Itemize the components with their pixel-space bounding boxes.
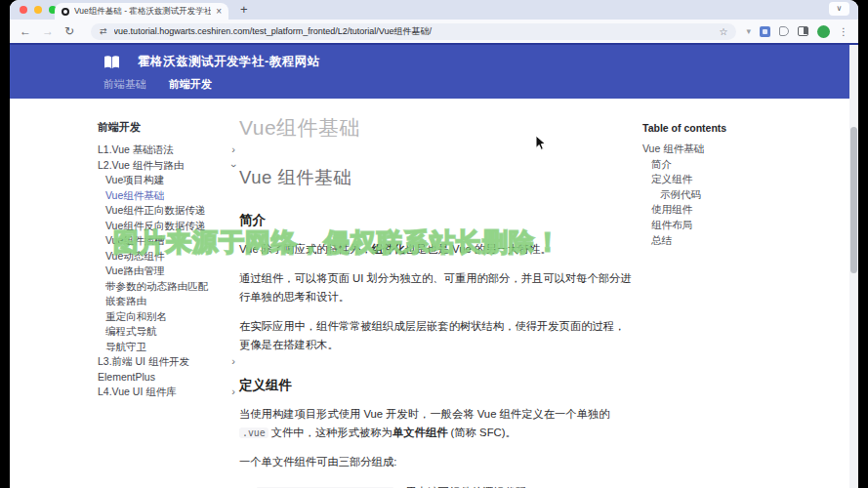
scrollbar-thumb[interactable] (850, 127, 857, 273)
book-logo-icon (103, 55, 121, 70)
article-heading: Vue 组件基础 (239, 165, 634, 189)
site-title: 霍格沃兹测试开发学社-教程网站 (138, 54, 320, 70)
screenshot-stage: Vue组件基础 - 霍格沃兹测试开发学社 × + ∨ ← → ↻ ⇄ vue.t… (0, 0, 868, 488)
sidebar-item[interactable]: Vue路由管理 (95, 264, 237, 279)
toolbar-right-icons: ▾ ⋮ (746, 25, 848, 38)
url-text[interactable]: vue.tutorial.hogwarts.ceshiren.com/test_… (114, 25, 713, 38)
forward-icon: → (42, 24, 54, 38)
paragraph: Vue 除了响应式的特性外，组件化也是也是 Vue 的另一大特性。 (239, 240, 634, 259)
site-info-icon[interactable]: ⇄ (100, 26, 107, 36)
page-body: 前端开发 L1.Vue 基础语法 › L2.Vue 组件与路由 › Vue项目构… (10, 101, 858, 488)
paragraph: 在实际应用中，组件常常被组织成层层嵌套的树状结构，使得开发页面的过程，更像是在搭… (239, 317, 634, 354)
browser-tab[interactable]: Vue组件基础 - 霍格沃兹测试开发学社 × (55, 3, 228, 20)
toc-title: Table of contents (642, 122, 769, 134)
sidebar-item-l3[interactable]: L3.前端 UI 组件开发 ElementPlus › (95, 354, 237, 385)
nav-item-frontend-basics[interactable]: 前端基础 (103, 77, 146, 92)
chevron-right-icon[interactable]: › (231, 385, 235, 400)
extension-blue-icon[interactable] (760, 26, 770, 37)
left-sidebar: 前端开发 L1.Vue 基础语法 › L2.Vue 组件与路由 › Vue项目构… (95, 120, 237, 400)
sidebar-item[interactable]: Vue组件插槽 (95, 233, 237, 249)
tab-strip: Vue组件基础 - 霍格沃兹测试开发学社 × + ∨ (10, 0, 858, 20)
toc-item[interactable]: 简介 (642, 157, 769, 173)
sidebar-item[interactable]: 带参数的动态路由匹配 (95, 279, 237, 295)
toc-item[interactable]: Vue 组件基础 (642, 142, 769, 157)
back-icon[interactable]: ← (20, 24, 31, 38)
main-content: Vue组件基础 Vue 组件基础 简介 Vue 除了响应式的特性外，组件化也是也… (239, 114, 634, 488)
nav-item-frontend-dev[interactable]: 前端开发 (169, 77, 212, 92)
sidebar-section-title: 前端开发 (95, 120, 237, 135)
table-of-contents: Table of contents Vue 组件基础 简介 定义组件 示例代码 … (642, 122, 769, 248)
sidebar-item-l2[interactable]: L2.Vue 组件与路由 › (95, 158, 237, 174)
toc-item[interactable]: 总结 (642, 233, 769, 249)
tabstrip-chevron-icon[interactable]: ∨ (829, 2, 849, 16)
close-window-button[interactable] (20, 6, 27, 14)
sidebar-item[interactable]: 编程式导航 (95, 324, 237, 340)
sfc-list: <script setup></script>：用来编写组件的逻辑代码。 在单文… (239, 483, 634, 488)
sidebar-item[interactable]: Vue组件正向数据传递 (95, 203, 237, 219)
brand[interactable]: 霍格沃兹测试开发学社-教程网站 (103, 54, 320, 70)
site-header: 霍格沃兹测试开发学社-教程网站 前端基础 前端开发 (10, 43, 858, 99)
mouse-cursor (535, 135, 547, 152)
tab-close-icon[interactable]: × (216, 7, 222, 17)
paragraph: 通过组件，可以将页面 UI 划分为独立的、可重用的部分，并且可以对每个部分进行单… (239, 269, 634, 306)
side-panel-icon[interactable] (798, 26, 808, 36)
paragraph: 当使用构建项目形式使用 Vue 开发时，一般会将 Vue 组件定义在一个单独的 … (239, 405, 634, 442)
sidebar-item[interactable]: 重定向和别名 (95, 309, 237, 325)
toc-item[interactable]: 使用组件 (642, 202, 769, 218)
profile-avatar[interactable] (817, 25, 830, 38)
toc-item[interactable]: 定义组件 (642, 172, 769, 187)
menu-kebab-icon[interactable]: ⋮ (839, 26, 848, 37)
reload-icon[interactable]: ↻ (64, 24, 74, 38)
sidebar-item[interactable]: 导航守卫 (95, 340, 237, 355)
extension-d-icon[interactable] (779, 26, 789, 36)
sidebar-item[interactable]: Vue动态组件 (95, 249, 237, 264)
tab-title: Vue组件基础 - 霍格沃兹测试开发学社 (74, 6, 211, 18)
site-favicon-icon (62, 8, 69, 16)
chevron-right-icon[interactable]: › (231, 142, 235, 158)
sidebar-item-l1[interactable]: L1.Vue 基础语法 › (95, 142, 237, 158)
top-navigation: 前端基础 前端开发 (103, 77, 212, 92)
sidebar-item-l4[interactable]: L4.Vue UI 组件库 › (95, 385, 237, 400)
sidebar-item[interactable]: Vue组件反向数据传递 (95, 219, 237, 234)
toc-item[interactable]: 组件布局 (642, 218, 769, 233)
sidebar-item[interactable]: Vue项目构建 (95, 173, 237, 188)
address-bar[interactable]: ⇄ vue.tutorial.hogwarts.ceshiren.com/tes… (91, 23, 736, 40)
new-tab-button[interactable]: + (240, 2, 248, 17)
extension-triangle-icon[interactable]: ▾ (746, 26, 751, 36)
window-controls (20, 6, 57, 14)
sidebar-item-active[interactable]: Vue组件基础 (95, 188, 237, 204)
paragraph: 一个单文件组件可由三部分组成: (239, 453, 634, 471)
chevron-right-icon[interactable]: › (231, 354, 235, 370)
define-heading: 定义组件 (239, 377, 634, 394)
intro-heading: 简介 (239, 212, 634, 229)
browser-toolbar: ← → ↻ ⇄ vue.tutorial.hogwarts.ceshiren.c… (10, 20, 858, 43)
page-title: Vue组件基础 (239, 114, 634, 142)
bookmark-star-icon[interactable]: ☆ (720, 26, 728, 37)
browser-window: Vue组件基础 - 霍格沃兹测试开发学社 × + ∨ ← → ↻ ⇄ vue.t… (10, 0, 858, 488)
list-item: <script setup></script>：用来编写组件的逻辑代码。 在单文… (256, 483, 634, 488)
sidebar-item[interactable]: 嵌套路由 (95, 294, 237, 309)
page-scrollbar[interactable] (849, 45, 858, 488)
minimize-window-button[interactable] (34, 6, 42, 14)
toc-item[interactable]: 示例代码 (642, 187, 769, 203)
